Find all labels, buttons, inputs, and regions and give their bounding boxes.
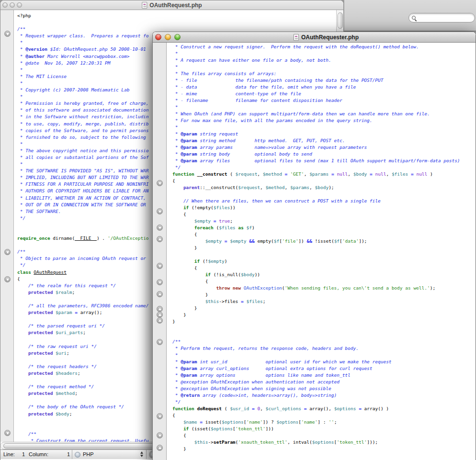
code-token: @param — [181, 151, 197, 157]
front-window-titlebar[interactable]: OAuthRequester.php — [153, 32, 476, 43]
code-line — [172, 191, 476, 198]
code-token: ; — [78, 370, 80, 376]
back-window-title: OAuthRequest.php — [142, 0, 202, 10]
search-input[interactable] — [418, 15, 468, 21]
code-line: * - mime content-type of the file — [172, 90, 476, 97]
code-token: * in the Software without restriction, i… — [17, 114, 149, 119]
code-token: , — [257, 171, 262, 177]
close-button[interactable] — [2, 2, 8, 8]
code-token: @param — [181, 138, 197, 143]
fold-marker-down[interactable] — [157, 279, 163, 285]
code-token: $files — [214, 205, 230, 210]
code-line — [172, 251, 476, 258]
fold-marker-up[interactable] — [157, 291, 163, 297]
code-token: /* the realm for this request */ — [28, 283, 116, 288]
code-token: { — [17, 276, 20, 281]
scrollbar-thumb[interactable] — [338, 12, 343, 29]
code-token: $method — [263, 171, 282, 177]
code-token: && — [249, 238, 254, 244]
code-token: { — [172, 265, 197, 270]
fold-marker-up[interactable] — [157, 445, 163, 451]
code-token: $body — [241, 272, 255, 277]
code-line: $name = isset($options['name']) ? $optio… — [172, 419, 476, 426]
code-token — [17, 411, 28, 416]
code-line: <?php — [17, 12, 343, 19]
code-token: $curl_options — [266, 406, 301, 411]
code-token: if — [183, 426, 189, 431]
code-token: as — [238, 225, 243, 230]
minimize-button[interactable] — [10, 2, 15, 8]
code-token: array(), — [306, 406, 334, 411]
code-token: string body optional body to send — [197, 151, 312, 157]
code-token: ( — [227, 171, 235, 177]
code-line: parent::__construct($request, $method, $… — [172, 184, 476, 191]
minimize-button[interactable] — [165, 34, 171, 40]
fold-marker-down[interactable] — [4, 31, 11, 37]
code-line: if (!$empty) — [172, 258, 476, 265]
code-token: , — [309, 185, 315, 190]
fold-marker-down[interactable] — [157, 180, 163, 186]
code-token: protected — [28, 330, 53, 335]
fold-marker-down[interactable] — [157, 413, 163, 419]
code-token: (isset( — [189, 426, 211, 431]
document-icon — [142, 2, 147, 9]
code-token: * OUT OF OR IN CONNECTION WITH THE SOFTW… — [17, 202, 146, 207]
code-token: * @exception OAuthException when authent… — [172, 379, 340, 384]
code-token: class — [17, 269, 31, 275]
fold-marker-down[interactable] — [157, 208, 163, 214]
code-token: * — [172, 138, 181, 143]
code-line: * — [172, 124, 476, 131]
zoom-button[interactable] — [174, 34, 181, 40]
mode-popup-label[interactable]: PHP — [83, 451, 94, 457]
search-field[interactable] — [408, 13, 475, 22]
code-line: * Perform the request, returns the respo… — [172, 345, 476, 352]
mode-stepper[interactable] — [140, 451, 143, 457]
code-token: * - mime content-type of the file — [172, 91, 301, 96]
code-token — [17, 350, 28, 356]
code-token: * — [17, 94, 23, 99]
code-line: * @param string request — [172, 131, 476, 137]
code-token: $headers — [56, 370, 78, 376]
code-token: $files — [219, 225, 235, 230]
fold-marker-up[interactable] — [157, 317, 163, 324]
code-token: ] : — [317, 419, 329, 425]
code-token: 'token_ttl' — [236, 426, 266, 431]
fold-marker-down[interactable] — [4, 430, 11, 436]
code-token: } — [172, 305, 197, 311]
fold-marker-down[interactable] — [157, 339, 163, 345]
code-token: int usr_id optional user id for which we… — [197, 359, 392, 364]
code-token: $param — [56, 310, 72, 315]
code-token: * A request can have either one file or … — [172, 57, 331, 63]
code-token: ) . — [97, 236, 108, 241]
code-editor[interactable]: * Construct a new request signer. Perfor… — [167, 43, 476, 460]
code-token: setParam — [214, 439, 236, 445]
fold-marker-down[interactable] — [157, 263, 163, 269]
code-token: 'When sending files, you can\'t send a b… — [285, 285, 430, 291]
fold-gutter[interactable] — [0, 10, 14, 442]
code-line: { — [172, 211, 476, 218]
code-token: '' — [329, 419, 334, 425]
close-button[interactable] — [155, 34, 161, 40]
code-token: $request — [238, 185, 260, 190]
fold-marker-down[interactable] — [4, 276, 11, 282]
code-line: } — [172, 292, 476, 298]
fold-marker-up[interactable] — [157, 236, 163, 242]
down-triangle-icon — [6, 279, 9, 281]
fold-marker-down[interactable] — [157, 432, 163, 438]
front-window-title: OAuthRequester.php — [294, 32, 359, 42]
code-token: $uri_parts — [56, 330, 83, 335]
back-window-titlebar[interactable]: OAuthRequest.php — [0, 0, 343, 10]
code-token: protected — [28, 411, 53, 416]
down-triangle-icon — [159, 227, 161, 229]
window-title-text: OAuthRequester.php — [301, 34, 359, 41]
zoom-button[interactable] — [17, 2, 22, 8]
code-token: function — [172, 406, 194, 411]
fold-marker-down[interactable] — [157, 224, 163, 231]
fold-marker-down[interactable] — [4, 249, 11, 255]
code-token: * AUTHORS OR COPYRIGHT HOLDERS BE LIABLE… — [17, 188, 149, 193]
fold-gutter[interactable] — [153, 43, 167, 460]
code-token: ; — [230, 218, 233, 224]
code-token — [17, 370, 28, 376]
code-token: $uri — [56, 350, 67, 356]
code-token — [17, 404, 28, 409]
